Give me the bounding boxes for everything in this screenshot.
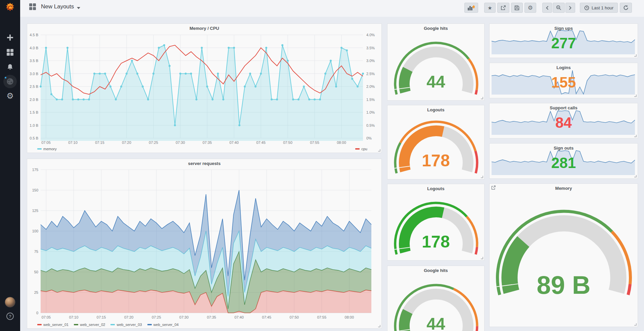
time-range-label: Last 1 hour — [592, 5, 613, 10]
svg-text:07:50: 07:50 — [289, 315, 299, 319]
resize-handle[interactable] — [634, 135, 637, 137]
resize-handle[interactable] — [378, 149, 380, 152]
refresh-button[interactable] — [620, 3, 632, 13]
panel-title[interactable]: Logouts — [387, 107, 484, 112]
svg-text:0.5 B: 0.5 B — [30, 136, 38, 140]
help-icon[interactable]: ? — [6, 313, 14, 320]
svg-text:07:25: 07:25 — [149, 141, 158, 145]
legend-item-memory[interactable]: memory — [37, 147, 57, 151]
topbar: New Layouts ★ ⚙ — [20, 0, 644, 17]
series-swatch — [147, 324, 152, 325]
panel-gauge-google-hits-2: Google hits 44 — [387, 266, 485, 331]
grafana-logo[interactable] — [4, 2, 16, 14]
svg-text:07:05: 07:05 — [42, 315, 51, 319]
zoom-out-button[interactable] — [553, 3, 565, 13]
svg-text:07:55: 07:55 — [310, 141, 319, 145]
legend-item-web-server-04[interactable]: web_server_04 — [147, 323, 179, 327]
resize-handle[interactable] — [481, 257, 483, 259]
dashboards-grid-icon[interactable] — [0, 46, 20, 59]
svg-text:08:00: 08:00 — [337, 141, 346, 145]
panel-title[interactable]: Google hits — [387, 26, 484, 31]
cpu-swatch — [355, 148, 360, 150]
alerting-bell-icon[interactable] — [0, 60, 20, 74]
svg-text:1.5%: 1.5% — [366, 98, 375, 102]
dashboard-settings-button[interactable]: ⚙ — [524, 3, 536, 13]
resize-handle[interactable] — [481, 176, 483, 178]
legend-item-web-server-01[interactable]: web_server_01 — [37, 323, 68, 327]
panel-title[interactable]: Memory / CPU — [27, 26, 381, 31]
legend-item-web-server-03[interactable]: web_server_03 — [110, 323, 142, 327]
svg-text:07:40: 07:40 — [234, 315, 244, 319]
svg-text:4.0 B: 4.0 B — [30, 46, 38, 50]
svg-text:3.0%: 3.0% — [366, 59, 375, 63]
svg-text:07:35: 07:35 — [207, 315, 216, 319]
globe-icon[interactable] — [0, 75, 20, 88]
page-title: New Layouts — [41, 3, 74, 10]
panel-title[interactable]: Sign outs — [490, 146, 638, 151]
memory-swatch — [37, 148, 42, 150]
clock-icon — [584, 5, 589, 10]
legend-item-cpu[interactable]: cpu — [355, 147, 367, 151]
panel-title[interactable]: Support calls — [490, 105, 638, 110]
svg-text:07:45: 07:45 — [262, 315, 271, 319]
notification-dot — [5, 77, 6, 78]
gauge-value: 178 — [387, 152, 484, 169]
svg-text:50: 50 — [34, 270, 38, 274]
gauge-value: 44 — [387, 316, 484, 331]
singlestat-value: 277 — [490, 36, 638, 51]
settings-gear-icon[interactable]: ⚙ — [0, 89, 20, 103]
svg-text:07:15: 07:15 — [97, 315, 106, 319]
panel-title[interactable]: Logins — [490, 65, 638, 70]
svg-text:0: 0 — [36, 311, 38, 315]
panel-title[interactable]: Memory — [490, 186, 638, 191]
legend-item-web-server-02[interactable]: web_server_02 — [74, 323, 105, 327]
time-back-button[interactable] — [542, 3, 552, 13]
share-button[interactable] — [497, 3, 509, 13]
resize-handle[interactable] — [634, 323, 637, 326]
svg-text:0%: 0% — [366, 136, 372, 140]
add-panel-button[interactable] — [464, 3, 478, 13]
legend-right: cpu — [355, 147, 367, 151]
server-requests-chart[interactable]: 07:0507:1007:1507:2007:2507:3007:3507:40… — [27, 159, 381, 328]
panel-title[interactable]: Google hits — [387, 268, 484, 273]
resize-handle[interactable] — [634, 175, 637, 177]
svg-text:07:25: 07:25 — [152, 315, 161, 319]
svg-text:25: 25 — [34, 290, 38, 294]
panel-memory-cpu: Memory / CPU 07:0507:1007:1507:2007:2507… — [27, 23, 382, 153]
memory-cpu-chart[interactable]: 07:0507:1007:1507:2007:2507:3007:3507:40… — [27, 24, 381, 153]
plus-icon[interactable] — [0, 31, 20, 44]
singlestat-value: 281 — [490, 156, 638, 170]
svg-text:07:05: 07:05 — [41, 141, 51, 145]
time-forward-button[interactable] — [565, 3, 575, 13]
svg-text:1.0 B: 1.0 B — [30, 123, 38, 127]
legend: web_server_01 web_server_02 web_server_0… — [37, 323, 184, 327]
svg-text:4.5 B: 4.5 B — [30, 33, 38, 37]
resize-handle[interactable] — [634, 95, 637, 97]
resize-handle[interactable] — [378, 325, 380, 327]
resize-handle[interactable] — [481, 97, 483, 99]
gauge-value: 44 — [387, 73, 484, 90]
svg-text:0.5%: 0.5% — [366, 123, 375, 127]
panel-title[interactable]: Logouts — [387, 186, 484, 191]
panel-title[interactable]: Sign ups — [490, 26, 638, 31]
save-button[interactable] — [511, 3, 523, 13]
dashboard-grid-icon — [29, 3, 36, 10]
svg-text:07:40: 07:40 — [229, 141, 239, 145]
svg-text:125: 125 — [32, 209, 38, 213]
svg-text:100: 100 — [32, 229, 38, 233]
user-avatar[interactable] — [5, 297, 15, 308]
time-range-picker[interactable]: Last 1 hour — [580, 3, 618, 13]
dashboard-title-group[interactable]: New Layouts — [29, 3, 80, 10]
svg-text:07:55: 07:55 — [317, 315, 326, 319]
caret-down-icon — [77, 4, 80, 10]
panel-logins: Logins 155 — [489, 63, 638, 98]
resize-handle[interactable] — [634, 54, 637, 57]
external-link-icon[interactable] — [491, 185, 496, 191]
svg-text:07:20: 07:20 — [122, 141, 131, 145]
panel-title[interactable]: server requests — [27, 161, 381, 166]
sidebar: ⚙ ? — [0, 0, 20, 331]
panel-sign-outs: Sign outs 281 — [489, 143, 638, 179]
svg-text:1.0%: 1.0% — [366, 110, 375, 114]
star-button[interactable]: ★ — [484, 3, 495, 13]
series-swatch — [37, 324, 42, 325]
